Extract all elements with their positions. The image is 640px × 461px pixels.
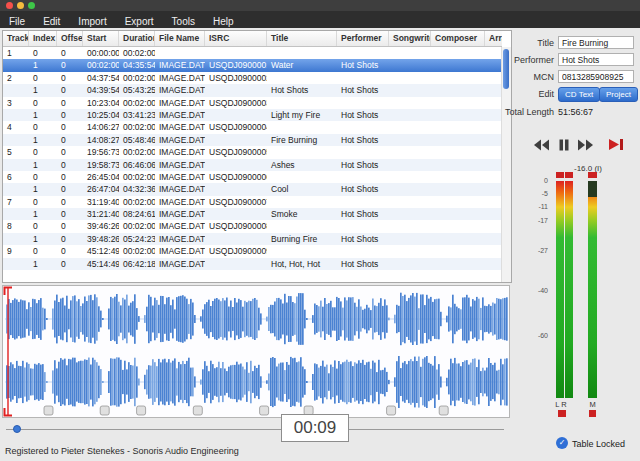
seek-slider-thumb[interactable] (13, 425, 21, 433)
table-row[interactable]: 90045:12:4900:02:00IMAGE.DATUSQDJ0900009 (3, 245, 502, 257)
cell-composer (431, 220, 485, 232)
cell-start: 45:12:49 (83, 245, 119, 257)
column-header-start[interactable]: Start (83, 31, 119, 46)
cell-duration: 03:41:23 (119, 109, 155, 121)
waveform-display[interactable] (3, 286, 509, 417)
menu-file[interactable]: File (0, 13, 34, 30)
table-row[interactable]: 20004:37:5400:02:00IMAGE.DATUSQDJ0900002 (3, 72, 502, 84)
cell-songwriter (389, 159, 431, 171)
meter-scale-label: -27 (538, 247, 548, 254)
track-marker-tab[interactable] (439, 406, 448, 415)
column-header-file[interactable]: File Name (155, 31, 205, 46)
table-row[interactable]: 70031:19:4000:02:00IMAGE.DATUSQDJ0900007 (3, 196, 502, 208)
table-row[interactable]: 40014:06:2700:02:00IMAGE.DATUSQDJ0900004 (3, 121, 502, 133)
cell-file: IMAGE.DAT (155, 220, 205, 232)
minimize-button[interactable] (17, 2, 24, 9)
table-row[interactable]: 50019:56:7300:02:00IMAGE.DATUSQDJ0900005 (3, 146, 502, 158)
menu-import[interactable]: Import (69, 13, 115, 30)
clip-indicator-mono[interactable] (588, 172, 597, 178)
zoom-button[interactable] (28, 2, 35, 9)
cell-index: 0 (29, 146, 57, 158)
track-marker-tab[interactable] (193, 406, 202, 415)
table-row[interactable]: 1004:39:5405:43:25IMAGE.DATHot ShotsHot … (3, 84, 502, 96)
table-header: TrackIndexOffsetStartDurationFile NameIS… (3, 31, 502, 47)
cell-composer (431, 97, 485, 109)
menu-export[interactable]: Export (116, 13, 163, 30)
cell-isrc (205, 233, 267, 245)
cell-duration: 00:02:00 (119, 171, 155, 183)
column-header-title[interactable]: Title (267, 31, 337, 46)
table-row[interactable]: 1031:21:4008:24:61IMAGE.DATSmokeHot Shot… (3, 208, 502, 220)
cell-track: 1 (3, 47, 29, 59)
menu-help[interactable]: Help (204, 13, 243, 30)
cell-file: IMAGE.DAT (155, 183, 205, 195)
cell-start: 10:25:04 (83, 109, 119, 121)
cell-songwriter (389, 72, 431, 84)
title-input[interactable] (558, 36, 634, 49)
cell-title: Ashes (267, 159, 337, 171)
clip-indicator-left[interactable] (556, 172, 564, 178)
cell-track (3, 183, 29, 195)
cell-offset: 0 (57, 72, 83, 84)
table-row[interactable]: 10000:00:0000:02:00 (3, 47, 502, 59)
cell-file: IMAGE.DAT (155, 134, 205, 146)
cell-composer (431, 258, 485, 270)
performer-input[interactable] (558, 53, 634, 66)
menu-edit[interactable]: Edit (34, 13, 69, 30)
cell-start: 19:56:73 (83, 146, 119, 158)
play-to-marker-button[interactable] (608, 138, 624, 151)
cell-composer (431, 59, 485, 71)
table-locked-icon[interactable]: ✓ (556, 437, 568, 449)
pause-button[interactable] (558, 139, 570, 151)
fast-forward-button[interactable] (577, 139, 594, 151)
mcn-input[interactable] (558, 70, 634, 83)
cell-track (3, 233, 29, 245)
track-marker-tab[interactable] (387, 406, 396, 415)
column-header-songwriter[interactable]: Songwriter (389, 31, 431, 46)
column-header-track[interactable]: Track (3, 31, 29, 46)
cell-index: 0 (29, 220, 57, 232)
cell-duration: 00:02:00 (119, 220, 155, 232)
menu-tools[interactable]: Tools (163, 13, 204, 30)
meter-reset-lr-button[interactable] (558, 410, 566, 417)
cell-arranger (485, 196, 502, 208)
table-row[interactable]: 30010:23:0400:02:00IMAGE.DATUSQDJ0900003 (3, 97, 502, 109)
table-row[interactable]: 60026:45:0400:02:00IMAGE.DATUSQDJ0900006 (3, 171, 502, 183)
column-header-isrc[interactable]: ISRC (205, 31, 267, 46)
cell-composer (431, 121, 485, 133)
cell-track (3, 84, 29, 96)
column-header-index[interactable]: Index (29, 31, 57, 46)
table-row[interactable]: 1019:58:7306:46:06IMAGE.DATAshesHot Shot… (3, 159, 502, 171)
column-header-duration[interactable]: Duration (119, 31, 155, 46)
table-row[interactable]: 1010:25:0403:41:23IMAGE.DATLight my Fire… (3, 109, 502, 121)
project-button[interactable]: Project (599, 87, 638, 102)
track-marker-tab[interactable] (44, 406, 53, 415)
table-row[interactable]: 1014:08:2705:48:46IMAGE.DATFire BurningH… (3, 134, 502, 146)
cell-duration: 04:35:54 (119, 59, 155, 71)
cell-songwriter (389, 146, 431, 158)
cell-composer (431, 196, 485, 208)
waveform-panel[interactable] (2, 285, 510, 418)
column-header-composer[interactable]: Composer (431, 31, 485, 46)
cell-performer (337, 245, 389, 257)
cell-start: 26:45:04 (83, 171, 119, 183)
cell-songwriter (389, 171, 431, 183)
cd-text-button[interactable]: CD Text (558, 87, 600, 102)
cell-title (267, 220, 337, 232)
track-marker-tab[interactable] (137, 406, 146, 415)
cell-isrc (205, 183, 267, 195)
table-row[interactable]: 1039:48:2605:24:23IMAGE.DATBurning FireH… (3, 233, 502, 245)
column-header-offset[interactable]: Offset (57, 31, 83, 46)
table-row[interactable]: 80039:46:2600:02:00IMAGE.DATUSQDJ0900008 (3, 220, 502, 232)
clip-indicator-right[interactable] (565, 172, 573, 178)
table-row[interactable]: 1026:47:0404:32:36IMAGE.DATCoolHot Shots (3, 183, 502, 195)
table-row[interactable]: 1045:14:4906:42:18IMAGE.DATHot, Hot, Hot… (3, 258, 502, 270)
close-button[interactable] (6, 2, 13, 9)
meter-reset-m-button[interactable] (589, 410, 596, 417)
column-header-performer[interactable]: Performer (337, 31, 389, 46)
track-marker-tab[interactable] (260, 406, 269, 415)
track-marker-tab[interactable] (100, 406, 109, 415)
cell-arranger (485, 245, 502, 257)
table-row[interactable]: 1000:02:0004:35:54IMAGE.DATUSQDJ0900001W… (3, 59, 502, 71)
table-locked-label[interactable]: Table Locked (572, 439, 625, 449)
